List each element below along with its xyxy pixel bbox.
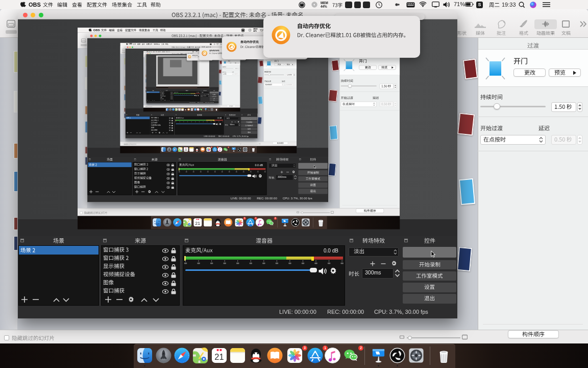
svg-text:21: 21 bbox=[184, 148, 187, 151]
svg-text:21: 21 bbox=[195, 220, 200, 225]
svg-text:21: 21 bbox=[214, 352, 224, 361]
